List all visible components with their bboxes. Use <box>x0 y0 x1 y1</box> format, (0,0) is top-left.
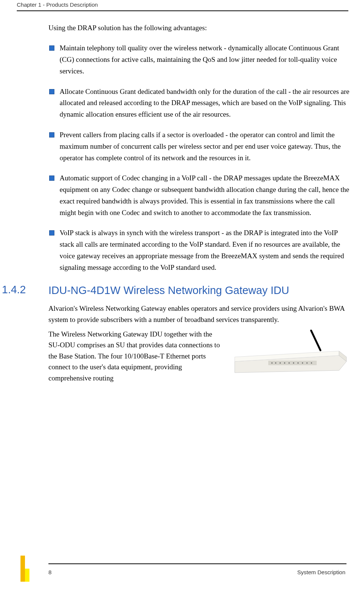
intro-text: Using the DRAP solution has the followin… <box>48 22 350 34</box>
bullet-icon <box>49 132 54 138</box>
svg-point-10 <box>293 362 294 363</box>
gateway-device-image <box>227 329 350 377</box>
orange-tab <box>20 556 25 582</box>
body-paragraph: The Wireless Networking Gateway IDU toge… <box>48 329 224 383</box>
list-item: Allocate Continuous Grant dedicated band… <box>48 86 350 120</box>
footer-tab-marker <box>17 556 32 582</box>
footer-label: System Description <box>297 569 345 575</box>
list-item: Prevent callers from placing calls if a … <box>48 129 350 164</box>
list-item-text: Automatic support of Codec changing in a… <box>60 174 349 216</box>
svg-point-13 <box>306 362 307 363</box>
svg-point-11 <box>297 362 298 363</box>
list-item: Automatic support of Codec changing in a… <box>48 173 350 218</box>
section-number: 1.4.2 <box>2 284 50 296</box>
section-heading: 1.4.2 IDU-NG-4D1W Wireless Networking Ga… <box>48 284 350 298</box>
chapter-label: Chapter 1 - Products Description <box>17 1 98 8</box>
page-number: 8 <box>48 569 51 575</box>
page-content: Using the DRAP solution has the followin… <box>48 22 350 383</box>
section-title: IDU-NG-4D1W Wireless Networking Gateway … <box>48 284 350 298</box>
bullet-icon <box>49 45 54 51</box>
list-item: VoIP stack is always in synch with the w… <box>48 227 350 273</box>
svg-point-9 <box>288 362 289 363</box>
page-header: Chapter 1 - Products Description <box>0 0 364 10</box>
list-item-text: Prevent callers from placing calls if a … <box>60 131 341 162</box>
list-item-text: Allocate Continuous Grant dedicated band… <box>60 88 349 118</box>
svg-line-0 <box>311 331 320 350</box>
body-paragraph: Alvarion's Wireless Networking Gateway e… <box>48 303 350 325</box>
list-item: Maintain telephony toll quality over the… <box>48 42 350 77</box>
bullet-icon <box>49 176 54 181</box>
svg-point-12 <box>302 362 303 363</box>
svg-point-6 <box>275 362 276 363</box>
advantages-list: Maintain telephony toll quality over the… <box>48 42 350 273</box>
svg-point-5 <box>271 362 272 363</box>
list-item-text: VoIP stack is always in synch with the w… <box>60 229 344 271</box>
page-footer: 8 System Description <box>0 569 364 575</box>
list-item-text: Maintain telephony toll quality over the… <box>60 44 339 75</box>
footer-rule <box>48 563 346 564</box>
header-rule <box>17 10 348 11</box>
svg-point-14 <box>311 362 312 363</box>
bullet-icon <box>49 230 54 236</box>
svg-point-7 <box>279 362 281 363</box>
text-image-row: The Wireless Networking Gateway IDU toge… <box>48 329 350 383</box>
bullet-icon <box>49 89 54 94</box>
svg-point-8 <box>284 362 285 363</box>
